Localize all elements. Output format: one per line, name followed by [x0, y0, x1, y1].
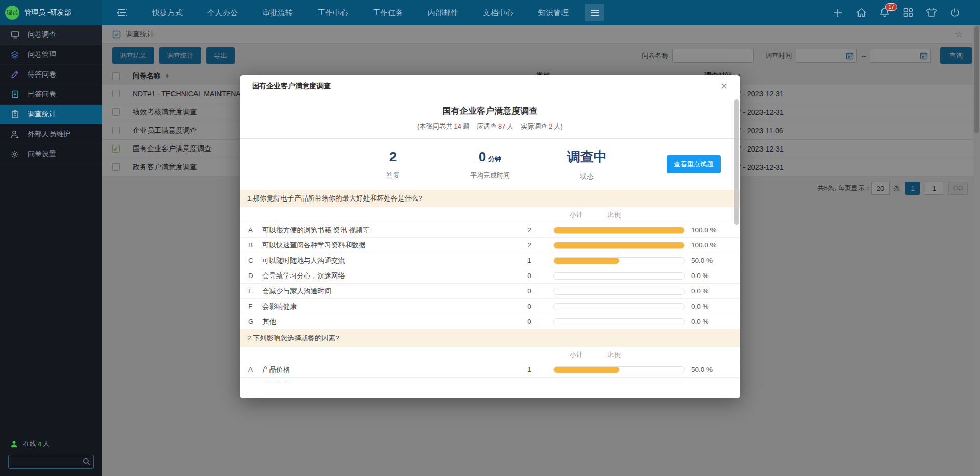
monitor-icon [10, 30, 19, 39]
option-letter: B [248, 381, 262, 382]
notifications-bell-icon[interactable]: 17 [873, 0, 896, 25]
option-letter: A [248, 366, 262, 373]
question-subheader: 小计 比例 [240, 347, 740, 362]
survey-meta: (本张问卷共14题应调查87人实际调查2人) [240, 122, 740, 131]
question-title: 2.下列影响您选择就餐的因素? [240, 330, 740, 347]
question-count: 14 [454, 122, 461, 130]
option-count: 0 [511, 318, 547, 325]
option-percent: 0.0 % [685, 318, 732, 325]
close-icon[interactable]: ✕ [720, 82, 728, 91]
search-icon[interactable] [83, 458, 90, 465]
option-text: 可以很方便的浏览书籍 资讯 视频等 [262, 226, 511, 235]
option-text: 会影响健康 [262, 302, 511, 311]
apps-grid-icon[interactable] [896, 0, 920, 25]
option-row: A 产品价格 1 50.0 % [240, 362, 740, 378]
sidebar-item-label: 问卷管理 [28, 50, 56, 59]
nav-item-8[interactable]: 知识管理 [526, 0, 581, 25]
question-block: 1.那你觉得电子产品所带给你的最大好处和坏处各是什么? 小计 比例 A 可以很方… [240, 190, 740, 330]
sidebar-menu: 问卷调查 问卷管理 待答问卷 已答问卷 调查统计 外部人员维护 问卷设置 [0, 25, 102, 164]
actual-count: 2 [549, 122, 552, 130]
option-row: G 其他 0 0.0 % [240, 314, 740, 330]
modal-scrollbar-thumb[interactable] [734, 99, 739, 225]
online-status: 在线 4 人 [8, 439, 94, 448]
sidebar-item-3[interactable]: 待答问卷 [0, 65, 102, 85]
option-bar [547, 288, 685, 295]
option-row: B 可以快速查阅各种学习资料和数据 2 100.0 % [240, 238, 740, 253]
option-letter: D [248, 272, 262, 280]
option-count: 1 [511, 381, 547, 382]
user-label: 管理员 -研发部 [24, 8, 71, 17]
option-bar [547, 366, 685, 373]
nav-item-2[interactable]: 个人办公 [195, 0, 250, 25]
notification-badge: 17 [885, 3, 897, 11]
question-subheader: 小计 比例 [240, 207, 740, 222]
option-percent: 50.0 % [685, 381, 732, 382]
online-label: 在线 [23, 439, 36, 448]
clipboard-icon [10, 110, 19, 119]
survey-stats: 2 答复 0分钟 平均完成时间 调查中 状态 查看重点试题 [240, 139, 740, 190]
modal-body: 国有企业客户满意度调查 (本张问卷共14题应调查87人实际调查2人) 2 答复 … [240, 97, 740, 382]
nav-item-3[interactable]: 审批流转 [250, 0, 305, 25]
option-count: 2 [511, 226, 547, 234]
sidebar-item-label: 问卷调查 [28, 30, 56, 39]
option-percent: 0.0 % [685, 287, 732, 295]
view-key-questions-button[interactable]: 查看重点试题 [667, 155, 721, 173]
modal-title: 国有企业客户满意度调查 [252, 82, 331, 91]
top-navigation: 快捷方式个人办公审批流转工作中心工作任务内部邮件文档中心知识管理 [140, 0, 581, 25]
option-bar [547, 303, 685, 310]
stat-replies: 2 答复 [350, 149, 436, 180]
survey-summary: 国有企业客户满意度调查 (本张问卷共14题应调查87人实际调查2人) [240, 97, 740, 139]
stat-avg-time: 0分钟 平均完成时间 [447, 149, 533, 180]
option-text: 产品价格 [262, 365, 511, 374]
option-row: A 可以很方便的浏览书籍 资讯 视频等 2 100.0 % [240, 222, 740, 238]
nav-more-button[interactable] [585, 4, 604, 21]
sidebar-item-label: 待答问卷 [28, 70, 56, 79]
sidebar-item-1[interactable]: 问卷调查 [0, 25, 102, 45]
option-bar [547, 242, 685, 249]
nav-item-7[interactable]: 文档中心 [471, 0, 526, 25]
option-count: 0 [511, 303, 547, 310]
option-text: 其他 [262, 317, 511, 327]
option-text: 可以快速查阅各种学习资料和数据 [262, 241, 511, 250]
nav-item-1[interactable]: 快捷方式 [140, 0, 195, 25]
sidebar-item-2[interactable]: 问卷管理 [0, 45, 102, 65]
online-count: 4 [38, 440, 41, 448]
questions-list: 1.那你觉得电子产品所带给你的最大好处和坏处各是什么? 小计 比例 A 可以很方… [240, 190, 740, 382]
option-count: 2 [511, 241, 547, 249]
sidebar-item-label: 调查统计 [28, 110, 56, 119]
option-text: 环境氛围 [262, 381, 511, 383]
nav-item-4[interactable]: 工作中心 [305, 0, 360, 25]
option-bar [547, 227, 685, 234]
nav-item-5[interactable]: 工作任务 [360, 0, 415, 25]
user-avatar[interactable]: 理员 [5, 6, 19, 20]
option-count: 1 [511, 366, 547, 373]
sidebar-search [8, 455, 94, 469]
stat-status: 调查中 状态 [544, 148, 630, 181]
sidebar-collapse-icon[interactable] [113, 5, 131, 20]
sidebar-search-input[interactable] [8, 455, 94, 469]
sidebar-item-5[interactable]: 调查统计 [0, 105, 102, 124]
sidebar-item-label: 问卷设置 [28, 149, 56, 159]
option-letter: C [248, 257, 262, 264]
logout-power-icon[interactable] [943, 0, 967, 25]
option-letter: F [248, 303, 262, 310]
question-title: 1.那你觉得电子产品所带给你的最大好处和坏处各是什么? [240, 190, 740, 207]
option-count: 0 [511, 287, 547, 295]
sidebar-item-6[interactable]: 外部人员维护 [0, 124, 102, 144]
option-row: E 会减少与家人沟通时间 0 0.0 % [240, 284, 740, 299]
option-bar [547, 382, 685, 383]
option-row: C 可以随时随地与人沟通交流 1 50.0 % [240, 253, 740, 268]
option-count: 0 [511, 272, 547, 280]
home-icon[interactable] [849, 0, 873, 25]
nav-item-6[interactable]: 内部邮件 [415, 0, 471, 25]
sidebar-item-4[interactable]: 已答问卷 [0, 85, 102, 105]
option-percent: 100.0 % [685, 241, 732, 249]
option-percent: 50.0 % [685, 366, 732, 373]
sidebar-item-7[interactable]: 问卷设置 [0, 144, 102, 164]
option-percent: 50.0 % [685, 257, 732, 264]
theme-shirt-icon[interactable] [920, 0, 943, 25]
gear-icon [10, 149, 19, 159]
add-icon[interactable] [826, 0, 849, 25]
option-row: F 会影响健康 0 0.0 % [240, 299, 740, 314]
option-percent: 0.0 % [685, 272, 732, 280]
